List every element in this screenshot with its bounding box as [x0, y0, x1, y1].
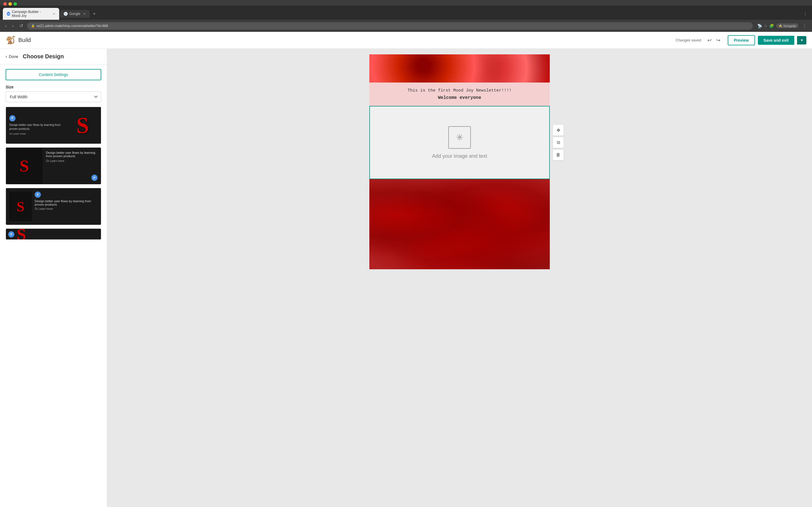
window-controls	[0, 0, 812, 6]
card3-badge: P	[35, 191, 41, 198]
lock-icon: 🔒	[31, 24, 35, 27]
design-card-1[interactable]: P Design better user flows by learning f…	[6, 107, 101, 144]
undo-redo-group: ↩ ↪	[706, 36, 722, 45]
left-panel: ‹ Done Choose Design Content Settings Si…	[0, 49, 107, 507]
minimize-window-btn[interactable]	[8, 2, 12, 6]
redo-btn[interactable]: ↪	[714, 36, 722, 45]
maximize-window-btn[interactable]	[13, 2, 17, 6]
email-flowers-bottom	[369, 179, 550, 269]
tab-campaign-builder[interactable]: M Campaign Builder - Mood Joy ✕	[3, 8, 59, 20]
browser-toolbar-icons: 📡 ☆ 🧩	[757, 24, 774, 28]
tab-google[interactable]: G Google ✕	[60, 10, 90, 18]
tab1-label: Campaign Builder - Mood Joy	[12, 10, 50, 18]
duplicate-icon: ⧉	[557, 140, 560, 145]
header-status: Changes saved ↩ ↪	[675, 36, 722, 45]
intro-text-before: This is the first	[407, 88, 451, 93]
save-dropdown-btn[interactable]: ▼	[797, 36, 806, 45]
card1-inner: P Design better user flows by learning f…	[6, 107, 101, 144]
app-title: Build	[18, 37, 31, 43]
card2-text-section: Design better user flows by learning fro…	[43, 148, 101, 184]
incognito-icon: 🕵	[778, 24, 782, 27]
address-bar[interactable]: 🔒 us21.admin.mailchimp.com/email/editor?…	[27, 22, 753, 30]
flower-image-bottom	[369, 179, 550, 269]
panel-header: ‹ Done Choose Design	[0, 49, 107, 64]
tab2-label: Google	[69, 12, 80, 16]
card1-image-section: S	[64, 107, 101, 144]
card1-description: Design better user flows by learning fro…	[9, 123, 61, 131]
incognito-label: Incognito	[783, 24, 796, 27]
card1-s-logo: S	[77, 113, 89, 138]
content-block-placeholder-text: Add your image and text	[432, 153, 487, 159]
email-flowers-top	[369, 54, 550, 82]
email-welcome-text: Welcome everyone	[375, 95, 544, 100]
new-tab-btn[interactable]: +	[90, 9, 98, 18]
back-btn[interactable]: ‹	[3, 22, 8, 30]
design-card-4[interactable]: P S	[6, 228, 101, 240]
save-exit-button[interactable]: Save and exit	[758, 36, 795, 45]
card3-image-section: S	[9, 191, 32, 221]
tab2-close[interactable]: ✕	[83, 12, 86, 16]
card1-learn-more: Or Learn more	[9, 132, 61, 136]
delete-icon: 🗑	[556, 152, 560, 158]
design-cards-list: P Design better user flows by learning f…	[6, 107, 101, 240]
forward-btn[interactable]: ›	[10, 22, 15, 30]
undo-btn[interactable]: ↩	[706, 36, 713, 45]
tab-bar: M Campaign Builder - Mood Joy ✕ G Google…	[0, 6, 812, 20]
done-back-link[interactable]: ‹ Done	[6, 54, 18, 59]
refresh-btn[interactable]: ↺	[18, 22, 25, 30]
intro-text-after: Newsletter!!!!	[476, 88, 512, 93]
card3-description: Design better user flows by learning fro…	[35, 200, 98, 206]
move-icon: ✥	[557, 128, 560, 133]
google-favicon: G	[64, 12, 68, 16]
card4-s-logo: S	[17, 228, 26, 240]
main-layout: ‹ Done Choose Design Content Settings Si…	[0, 49, 812, 507]
image-placeholder-icon: ✳	[456, 132, 463, 143]
intro-link[interactable]: Mood Joy	[453, 88, 473, 93]
preview-button[interactable]: Preview	[728, 35, 755, 45]
changes-saved-text: Changes saved	[675, 38, 701, 42]
card4-badge: P	[8, 231, 14, 237]
delete-btn[interactable]: 🗑	[553, 149, 564, 161]
close-window-btn[interactable]	[3, 2, 7, 6]
card2-inner: S Design better user flows by learning f…	[6, 148, 101, 184]
email-content-block-wrapper: ✳ Add your image and text ✥ ⧉ 🗑	[369, 106, 550, 179]
app-header: 🐒 Build Changes saved ↩ ↪ Preview Save a…	[0, 32, 812, 49]
design-card-3[interactable]: S P Design better user flows by learning…	[6, 188, 101, 225]
flower-image-top	[369, 54, 550, 82]
star-icon[interactable]: ☆	[764, 24, 767, 28]
done-label: Done	[9, 54, 18, 59]
tab-menu-btn[interactable]: ⋮	[801, 10, 809, 18]
app-logo: 🐒 Build	[6, 36, 31, 45]
size-label: Size	[6, 85, 101, 89]
card3-learn-more: Or Learn more	[35, 207, 98, 210]
card1-badge: P	[9, 115, 15, 121]
back-arrow-icon: ‹	[6, 54, 7, 59]
panel-title: Choose Design	[23, 53, 64, 60]
extensions-icon[interactable]: 🧩	[769, 24, 774, 28]
tab1-close[interactable]: ✕	[53, 12, 55, 16]
right-area: This is the first Mood Joy Newsletter!!!…	[107, 49, 812, 507]
card3-s-logo: S	[17, 198, 24, 215]
incognito-badge: 🕵 Incognito	[776, 23, 799, 28]
card2-description: Design better user flows by learning fro…	[46, 151, 98, 158]
panel-content: Content Settings Size Full Width P Desig…	[0, 64, 107, 507]
mailchimp-favicon: M	[7, 12, 10, 16]
card2-s-logo: S	[19, 156, 29, 176]
card2-image-section: S	[6, 148, 43, 184]
floating-toolbar: ✥ ⧉ 🗑	[553, 124, 564, 161]
email-canvas: This is the first Mood Joy Newsletter!!!…	[369, 54, 550, 269]
move-btn[interactable]: ✥	[553, 124, 564, 136]
content-settings-btn[interactable]: Content Settings	[6, 69, 101, 80]
header-actions: Preview Save and exit ▼	[728, 35, 806, 45]
card3-text-section: P Design better user flows by learning f…	[35, 191, 98, 221]
email-welcome-section: This is the first Mood Joy Newsletter!!!…	[369, 82, 550, 106]
duplicate-btn[interactable]: ⧉	[553, 137, 564, 148]
cast-icon[interactable]: 📡	[757, 24, 762, 28]
mailchimp-logo-icon: 🐒	[6, 36, 15, 45]
email-content-block[interactable]: ✳ Add your image and text	[369, 106, 550, 179]
size-select[interactable]: Full Width	[6, 92, 101, 102]
browser-menu-btn[interactable]: ⋮	[801, 22, 809, 30]
card2-badge: P	[91, 175, 98, 181]
content-block-icon: ✳	[448, 126, 471, 149]
design-card-2[interactable]: S Design better user flows by learning f…	[6, 147, 101, 184]
